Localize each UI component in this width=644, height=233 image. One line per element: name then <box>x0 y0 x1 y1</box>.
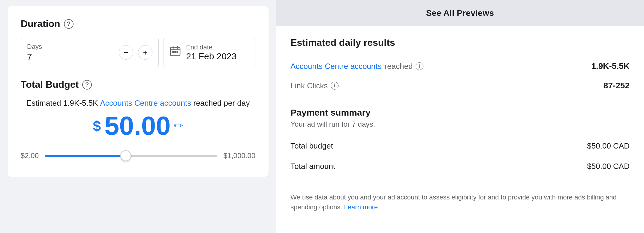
see-all-previews-button[interactable]: See All Previews <box>276 0 644 26</box>
stepper-buttons: − + <box>119 45 152 60</box>
duration-section-title: Duration ? <box>21 18 255 29</box>
total-budget-title: Total Budget ? <box>21 79 255 90</box>
accounts-centre-link-results[interactable]: Accounts Centre accounts <box>290 62 382 71</box>
duration-label: Duration <box>21 18 60 29</box>
end-date-label: End date <box>186 43 236 51</box>
accounts-reached-left: Accounts Centre accounts reached i <box>290 62 423 71</box>
estimated-reach-text: Estimated 1.9K-5.5K Accounts Centre acco… <box>21 99 255 108</box>
slider-thumb[interactable] <box>120 150 131 161</box>
divider-1 <box>290 99 630 99</box>
total-budget-label: Total Budget <box>21 79 79 90</box>
estimated-daily-title: Estimated daily results <box>290 37 630 48</box>
footer-note: We use data about you and your ad accoun… <box>290 185 630 212</box>
days-value: 7 <box>27 52 42 62</box>
svg-rect-6 <box>176 51 178 53</box>
end-date-box[interactable]: End date 21 Feb 2023 <box>164 38 255 67</box>
payment-summary-title: Payment summary <box>290 108 630 118</box>
budget-section: Total Budget ? Estimated 1.9K-5.5K Accou… <box>21 79 255 162</box>
total-amount-label: Total amount <box>290 162 335 171</box>
duration-help-icon[interactable]: ? <box>64 19 74 29</box>
decrement-button[interactable]: − <box>119 45 133 60</box>
accounts-info-icon[interactable]: i <box>416 62 423 70</box>
budget-help-icon[interactable]: ? <box>82 80 92 90</box>
footer-note-text: We use data about you and your ad accoun… <box>290 193 617 211</box>
end-date-content: End date 21 Feb 2023 <box>186 43 236 61</box>
estimated-prefix: Estimated 1.9K-5.5K <box>26 99 100 108</box>
link-clicks-info-icon[interactable]: i <box>331 82 339 90</box>
end-date-value: 21 Feb 2023 <box>186 51 236 61</box>
link-clicks-value: 87-252 <box>603 81 630 90</box>
duration-row: Days 7 − + <box>21 38 255 67</box>
right-panel: See All Previews Estimated daily results… <box>276 0 644 233</box>
svg-rect-4 <box>172 51 174 53</box>
days-label: Days <box>27 43 42 51</box>
dollar-sign: $ <box>93 118 101 134</box>
budget-amount: 50.00 <box>104 113 170 139</box>
total-budget-payment-value: $50.00 CAD <box>587 141 630 151</box>
budget-amount-row: $ 50.00 ✏ <box>21 113 255 139</box>
days-input-box: Days 7 − + <box>21 38 159 67</box>
total-budget-payment-label: Total budget <box>290 141 333 151</box>
accounts-reached-text: reached <box>385 62 413 71</box>
link-clicks-row: Link Clicks i 87-252 <box>290 76 630 90</box>
accounts-centre-link-budget[interactable]: Accounts Centre accounts <box>100 99 191 108</box>
accounts-reached-value: 1.9K-5.5K <box>591 61 630 71</box>
payment-subtitle: Your ad will run for 7 days. <box>290 120 630 128</box>
accounts-reached-row: Accounts Centre accounts reached i 1.9K-… <box>290 57 630 76</box>
total-budget-payment-row: Total budget $50.00 CAD <box>290 136 630 156</box>
link-clicks-left: Link Clicks i <box>290 81 339 90</box>
total-amount-value: $50.00 CAD <box>587 162 630 171</box>
estimated-suffix: reached per day <box>191 99 250 108</box>
budget-slider[interactable] <box>45 150 217 162</box>
link-clicks-label: Link Clicks <box>290 81 328 90</box>
total-amount-payment-row: Total amount $50.00 CAD <box>290 156 630 176</box>
edit-budget-icon[interactable]: ✏ <box>174 119 183 132</box>
slider-max-label: $1,000.00 <box>223 152 255 160</box>
slider-fill <box>45 155 126 157</box>
slider-min-label: $2.00 <box>21 152 39 160</box>
calendar-icon <box>170 46 181 59</box>
budget-slider-container: $2.00 $1,000.00 <box>21 150 255 162</box>
learn-more-link[interactable]: Learn more <box>344 203 378 211</box>
increment-button[interactable]: + <box>138 45 152 60</box>
right-content: Estimated daily results Accounts Centre … <box>276 26 644 233</box>
svg-rect-5 <box>174 51 176 53</box>
days-input-left: Days 7 <box>27 43 42 62</box>
slider-track <box>45 155 217 157</box>
